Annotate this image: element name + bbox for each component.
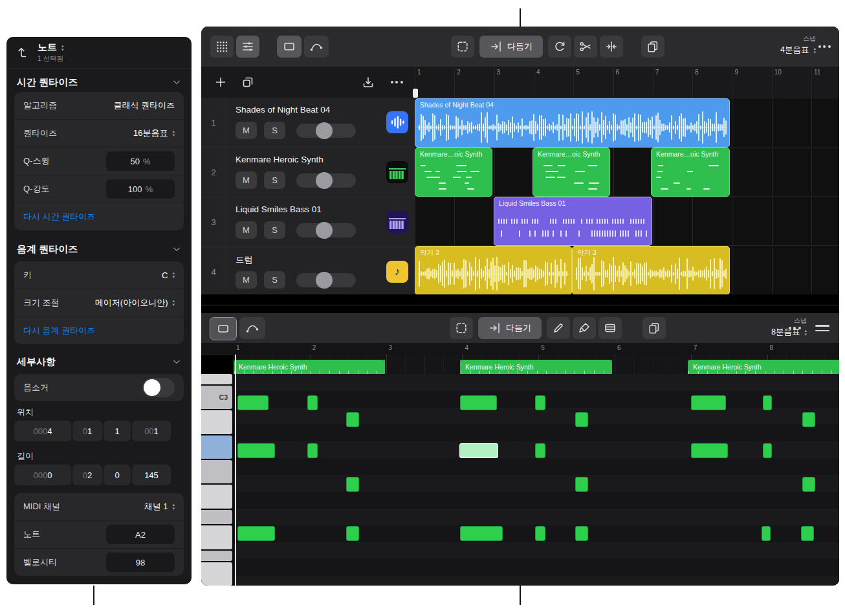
requantize-scale-link[interactable]: 다시 음계 퀀타이즈 (23, 325, 95, 336)
velocity-value-field[interactable]: 98 (106, 553, 175, 572)
key-row[interactable]: 키 C ▴▾ (14, 261, 184, 289)
midi-note[interactable] (460, 526, 503, 541)
length-div-field[interactable]: 0 (104, 465, 131, 485)
midi-note[interactable] (237, 443, 275, 458)
arrangement-ruler[interactable]: 1234567891011 (415, 67, 839, 98)
piano-roll-grid[interactable]: Kenmare Heroic Synth Kenmare Heroic Synt… (234, 355, 839, 586)
midi-note[interactable] (575, 477, 588, 492)
midi-region-synth-2[interactable]: Kenmare…oic Synth (532, 148, 610, 197)
midi-note[interactable] (460, 395, 497, 410)
solo-button[interactable]: S (264, 122, 285, 139)
tracks-view-button[interactable] (236, 36, 259, 58)
piano-key[interactable] (201, 410, 232, 434)
loop-tool-button[interactable] (548, 36, 571, 58)
duplicate-track-button[interactable] (239, 73, 257, 91)
playhead-handle[interactable] (413, 89, 418, 98)
position-beat-field[interactable]: 01 (72, 421, 102, 441)
volume-slider[interactable] (296, 223, 356, 237)
position-div-field[interactable]: 1 (104, 421, 131, 441)
piano-key[interactable] (201, 374, 232, 384)
midi-note[interactable] (575, 526, 588, 541)
piano-key-selected[interactable] (201, 435, 232, 459)
midi-note[interactable] (535, 526, 545, 541)
import-button[interactable] (359, 73, 377, 91)
mute-button[interactable]: M (236, 122, 257, 139)
editor-more-button[interactable] (785, 317, 804, 339)
piano-key-c3[interactable]: C3 (201, 386, 232, 409)
editor-marquee-button[interactable] (450, 317, 473, 339)
track-row-4[interactable]: 4 드럼 M S ♪ (201, 247, 415, 297)
copy-tool-button[interactable] (641, 36, 664, 58)
join-tool-button[interactable] (600, 36, 623, 58)
automation-button[interactable] (304, 36, 329, 58)
q-strength-field[interactable]: 100% (106, 179, 175, 199)
track-row-1[interactable]: 1 Shades of Night Beat 04 M S (201, 98, 415, 148)
position-tick-field[interactable]: 001 (132, 421, 171, 441)
midi-note[interactable] (763, 395, 772, 410)
midi-region-bass[interactable]: Liquid Smiles Bass 01 (494, 197, 652, 246)
midi-note[interactable] (575, 412, 588, 427)
position-bar-field[interactable]: 0004 (14, 421, 71, 441)
midi-note[interactable] (691, 443, 728, 458)
mute-button[interactable]: M (236, 171, 257, 189)
scale-stepper-icon[interactable]: ▴▾ (172, 299, 175, 307)
audio-region-drums-1[interactable]: 악기 3 (415, 246, 572, 295)
resize-handle-icon[interactable] (812, 317, 833, 339)
scissors-tool-button[interactable] (574, 36, 597, 58)
audio-region[interactable]: Shades of Night Beat 04 (415, 98, 730, 148)
quantize-stepper-icon[interactable]: ▴▾ (172, 129, 175, 137)
section-scale-quantize-header[interactable]: 음계 퀀타이즈 (6, 241, 192, 258)
editor-region-header[interactable]: Kenmare Heroic Synth (688, 360, 839, 374)
marquee-tool-button[interactable] (451, 36, 474, 58)
midi-note[interactable] (801, 526, 814, 541)
track-list-more-button[interactable] (388, 73, 406, 91)
bass-keyboard-icon[interactable] (386, 211, 408, 233)
solo-button[interactable]: S (264, 221, 285, 239)
algorithm-row[interactable]: 알고리즘 클래식 퀀타이즈 (14, 92, 184, 119)
volume-slider[interactable] (296, 173, 356, 188)
midi-note[interactable] (346, 477, 359, 492)
piano-key[interactable] (201, 551, 232, 561)
title-stepper-icon[interactable]: ▴▾ (61, 44, 64, 52)
track-row-2[interactable]: 2 Kenmare Heroic Synth M S (201, 148, 415, 197)
midi-note[interactable] (346, 526, 359, 541)
brush-tool-button[interactable] (573, 317, 596, 339)
editor-copy-button[interactable] (642, 317, 666, 339)
editor-region-header[interactable]: Kenmare Heroic Synth (461, 360, 611, 374)
audio-region-drums-2[interactable]: 악기 3 (572, 246, 730, 295)
back-up-icon[interactable] (16, 45, 28, 60)
length-beat-field[interactable]: 02 (72, 465, 102, 485)
volume-slider[interactable] (296, 124, 356, 138)
scale-row[interactable]: 크기 조절 메이저(아이오니안) ▴▾ (14, 289, 184, 316)
trim-tool-button[interactable]: 다듬기 (479, 36, 543, 58)
audio-waveform-icon[interactable] (386, 111, 408, 133)
quantize-row[interactable]: 퀀타이즈 16분음표 ▴▾ (14, 119, 184, 147)
solo-button[interactable]: S (264, 171, 285, 189)
piano-key[interactable] (201, 510, 232, 525)
mute-button[interactable]: M (236, 271, 257, 289)
requantize-time-link[interactable]: 다시 시간 퀀타이즈 (23, 211, 95, 223)
key-stepper-icon[interactable]: ▴▾ (172, 271, 175, 279)
track-row-3[interactable]: 3 Liquid Smiles Bass 01 M S (201, 197, 415, 247)
midi-note[interactable] (237, 526, 275, 541)
piano-roll-ruler[interactable]: 12345678 (201, 343, 839, 355)
midi-note[interactable] (307, 443, 318, 458)
synth-keyboard-icon[interactable] (386, 161, 408, 183)
midi-region-synth-3[interactable]: Kenmare…oic Synth (651, 148, 730, 197)
piano-key[interactable] (201, 562, 232, 586)
mute-toggle[interactable] (142, 378, 175, 397)
mute-button[interactable]: M (236, 221, 257, 239)
midi-note[interactable] (802, 477, 815, 492)
q-swing-field[interactable]: 50% (106, 151, 175, 171)
snap-stepper-icon[interactable]: ▴▾ (804, 329, 807, 336)
piano-key[interactable] (201, 525, 232, 549)
length-tick-field[interactable]: 145 (132, 465, 171, 485)
piano-key[interactable] (201, 460, 232, 483)
midi-note[interactable] (763, 443, 772, 458)
midi-note[interactable] (802, 412, 815, 427)
editor-trim-button[interactable]: 다듬기 (478, 317, 542, 339)
midi-channel-row[interactable]: MIDI 채널 채널 1 ▴▾ (14, 493, 184, 520)
midi-note-area[interactable] (234, 374, 839, 586)
midi-note[interactable] (346, 412, 359, 427)
drum-note-icon[interactable]: ♪ (386, 261, 408, 283)
